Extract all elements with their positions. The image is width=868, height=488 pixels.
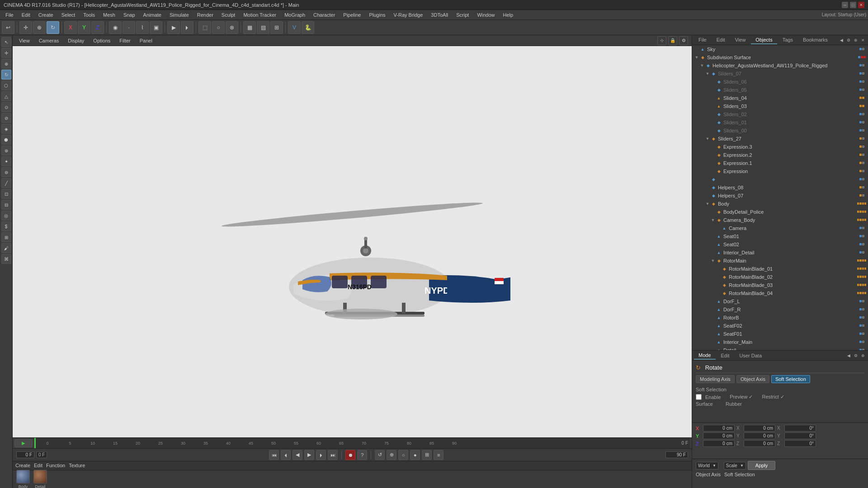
obj-panel-icon-1[interactable]: ◀	[838, 37, 844, 43]
play-button[interactable]: ▶	[304, 450, 314, 460]
axis-z[interactable]: Z	[91, 21, 104, 34]
obj-panel-icon-4[interactable]: ✕	[860, 37, 866, 43]
tool-6[interactable]: ⬢	[1, 135, 11, 145]
obj-tab-tags[interactable]: Tags	[778, 36, 797, 44]
next-frame-button[interactable]: ⏵	[316, 450, 326, 460]
tree-item-sliders06[interactable]: ◆ Sliders_06	[692, 78, 868, 86]
tree-item-expression[interactable]: ◆ Expression	[692, 167, 868, 175]
tool-14[interactable]: $	[1, 221, 11, 231]
tool-sculpt[interactable]: 🖌	[1, 243, 11, 253]
coord-y-rot-input[interactable]	[744, 432, 775, 439]
object-tree[interactable]: ▲ Sky ▼ ◆ Subdivision Surface	[692, 45, 868, 350]
obj-tab-file[interactable]: File	[694, 36, 711, 44]
obj-tab-bookmarks[interactable]: Bookmarks	[798, 36, 832, 44]
menu-character[interactable]: Character	[310, 11, 339, 19]
menu-3dtoall[interactable]: 3DToAll	[427, 11, 452, 19]
close-button[interactable]: ✕	[858, 2, 864, 8]
enable-checkbox[interactable]	[696, 394, 702, 400]
prop-panel-icon-3[interactable]: ⊕	[860, 352, 866, 359]
playback-mode-2[interactable]: ⊕	[387, 450, 396, 460]
coord-y-input[interactable]	[703, 432, 735, 439]
menu-animate[interactable]: Animate	[140, 11, 165, 19]
tree-item-sliders03[interactable]: ▲ Sliders_03	[692, 102, 868, 110]
vp-menu-filter[interactable]: Filter	[117, 37, 133, 44]
apply-button[interactable]: Apply	[748, 461, 776, 470]
mode-btn-modeling[interactable]: Modeling Axis	[696, 375, 735, 383]
tool-15[interactable]: ⊞	[1, 232, 11, 242]
render-btn[interactable]: ⏵	[181, 21, 193, 34]
coord-y-size-input[interactable]	[784, 432, 816, 439]
coord-z-rot-input[interactable]	[744, 440, 775, 447]
vp-menu-display[interactable]: Display	[65, 37, 87, 44]
coord-z-size-input[interactable]	[784, 440, 816, 447]
tree-item-sliders00[interactable]: ◆ Sliders_00	[692, 127, 868, 135]
frame-start-input[interactable]	[16, 451, 34, 458]
tree-item-sliders27[interactable]: ▼ ◆ Sliders_27	[692, 135, 868, 143]
scale-dropdown[interactable]: Scale ▼	[724, 462, 746, 469]
menu-select[interactable]: Select	[58, 11, 79, 19]
coord-x-rot-input[interactable]	[744, 425, 775, 432]
edge-mode[interactable]: ⌇	[136, 21, 149, 34]
mat-menu-create[interactable]: Create	[15, 463, 30, 468]
menu-file[interactable]: File	[2, 11, 17, 19]
record-button[interactable]: ⏺	[345, 450, 355, 460]
obj-tab-view[interactable]: View	[731, 36, 750, 44]
tree-item-dorf-r[interactable]: ▲ DorF_R	[692, 305, 868, 314]
viewport[interactable]: NYPD N316PD	[13, 46, 692, 437]
menu-pipeline[interactable]: Pipeline	[340, 11, 364, 19]
playback-mode-6[interactable]: ≡	[434, 450, 443, 460]
menu-create[interactable]: Create	[35, 11, 57, 19]
menu-vray[interactable]: V-Ray Bridge	[390, 11, 427, 19]
play-reverse-button[interactable]: ◀	[292, 450, 302, 460]
menu-mograph[interactable]: MoGraph	[281, 11, 309, 19]
tree-item-sliders02[interactable]: ◆ Sliders_02	[692, 110, 868, 118]
view-top[interactable]: ⊞	[270, 21, 283, 34]
axis-y[interactable]: Y	[78, 21, 90, 34]
view-front[interactable]: ▦	[243, 21, 256, 34]
vray-btn[interactable]: V	[288, 21, 301, 34]
timeline-track[interactable]: 0 5 10 15 20 25 30 35 40 45 50 55 60 65 …	[34, 438, 690, 448]
menu-mesh[interactable]: Mesh	[99, 11, 119, 19]
tree-item-camera-body[interactable]: ▼ ◆ Camera_Body	[692, 216, 868, 224]
material-detail[interactable]: Detail	[33, 470, 47, 488]
tree-item-interior-detail[interactable]: ▲ Interior_Detail	[692, 249, 868, 257]
tree-item-helpers07[interactable]: ◆ Helpers_07	[692, 192, 868, 200]
tree-item-detail[interactable]: ▲ Detail	[692, 346, 868, 350]
menu-motion-tracker[interactable]: Motion Tracker	[240, 11, 280, 19]
mat-menu-texture[interactable]: Texture	[69, 463, 85, 468]
tree-item-helicopter[interactable]: ▼ ◆ Helicopter_AgustaWestland_AW119_Poli…	[692, 61, 868, 70]
tree-item-dorf-l[interactable]: ▲ DorF_L	[692, 297, 868, 305]
record-options-button[interactable]: ?	[357, 450, 367, 460]
world-dropdown[interactable]: World ▼	[696, 462, 718, 469]
view-persp[interactable]: ▧	[257, 21, 269, 34]
tree-item-sky[interactable]: ▲ Sky	[692, 45, 868, 53]
tool-scale[interactable]: ⊕	[1, 59, 11, 69]
material-body[interactable]: Body	[16, 470, 30, 488]
vp-icon-axes[interactable]: ⊹	[657, 36, 666, 45]
tree-item-helpers08-parent[interactable]: ◆	[692, 175, 868, 183]
tree-item-sliders07[interactable]: ▼ ◆ Sliders_07	[692, 70, 868, 78]
tree-item-expression3[interactable]: ◆ Expression.3	[692, 143, 868, 151]
tool-rotate[interactable]: ↻	[1, 70, 11, 80]
playback-mode-3[interactable]: ○	[398, 450, 408, 460]
frame-end-input[interactable]	[665, 451, 688, 458]
prop-tab-edit[interactable]: Edit	[717, 352, 734, 359]
playback-mode-1[interactable]: ↺	[375, 450, 385, 460]
tree-item-body[interactable]: ▼ ◆ Body	[692, 200, 868, 208]
menu-plugins[interactable]: Plugins	[365, 11, 389, 19]
tree-item-helpers08[interactable]: ◆ Helpers_08	[692, 183, 868, 192]
tool-7[interactable]: ⊛	[1, 145, 11, 155]
render-view[interactable]: ▶	[167, 21, 180, 34]
tool-1[interactable]: ⬡	[1, 80, 11, 90]
select-tool-2[interactable]: ○	[212, 21, 225, 34]
move-tool[interactable]: ✛	[19, 21, 32, 34]
menu-window[interactable]: Window	[473, 11, 498, 19]
tree-item-interior-main[interactable]: ▲ Interior_Main	[692, 338, 868, 346]
prop-tab-mode[interactable]: Mode	[694, 352, 716, 360]
vp-menu-options[interactable]: Options	[90, 37, 113, 44]
obj-panel-icon-2[interactable]: ⚙	[845, 37, 852, 43]
menu-script[interactable]: Script	[453, 11, 472, 19]
tree-item-expression1[interactable]: ◆ Expression.1	[692, 159, 868, 167]
tree-item-seatf02[interactable]: ▲ SeatF02	[692, 322, 868, 330]
tool-2[interactable]: △	[1, 91, 11, 101]
